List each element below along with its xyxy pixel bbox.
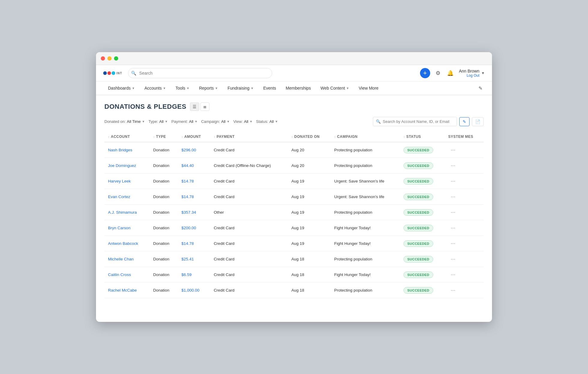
th-amount[interactable]: ↕AMOUNT (178, 132, 210, 142)
row-actions-button[interactable]: ⋯ (448, 208, 458, 216)
page-title: DONATIONS & PLEDGES (104, 103, 186, 111)
status-badge: SUCCEEDED (404, 287, 434, 294)
cell-actions: ⋯ (445, 283, 484, 298)
filter-type[interactable]: Type: All ▼ (148, 119, 168, 124)
cell-payment: Credit Card (210, 251, 288, 267)
cell-amount: $25.41 (178, 251, 210, 267)
list-view-button[interactable]: ☰ (190, 102, 199, 111)
filter-view[interactable]: View: All ▼ (233, 119, 253, 124)
row-actions-button[interactable]: ⋯ (448, 146, 458, 154)
nav-item-memberships[interactable]: Memberships (281, 82, 316, 95)
amount-link[interactable]: $25.41 (182, 257, 194, 261)
account-link[interactable]: Bryn Carson (108, 226, 130, 230)
nav-item-events[interactable]: Events (259, 82, 281, 95)
nav-item-accounts[interactable]: Accounts ▼ (140, 82, 171, 95)
amount-link[interactable]: $296.00 (182, 148, 196, 152)
th-system-mes: SYSTEM MES (445, 132, 484, 142)
settings-button[interactable]: ⚙ (434, 69, 442, 78)
search-input[interactable] (128, 68, 272, 78)
cell-account: Nash Bridges (104, 142, 149, 158)
cell-donated-on: Aug 20 (288, 142, 331, 158)
account-link[interactable]: Evan Cortez (108, 194, 130, 199)
cell-payment: Credit Card (210, 174, 288, 189)
cell-status: SUCCEEDED (400, 174, 445, 189)
nav-item-reports[interactable]: Reports ▼ (194, 82, 223, 95)
nav-label-reports: Reports (199, 86, 214, 91)
row-actions-button[interactable]: ⋯ (448, 255, 458, 263)
th-payment[interactable]: ↕PAYMENT (210, 132, 288, 142)
cell-amount: $296.00 (178, 142, 210, 158)
close-button[interactable] (101, 56, 105, 61)
account-link[interactable]: Nash Bridges (108, 148, 132, 152)
nav-edit-button[interactable]: ✎ (476, 83, 485, 94)
filter-campaign[interactable]: Campaign: All ▼ (201, 119, 230, 124)
filter-edit-button[interactable]: ✎ (459, 117, 470, 126)
logout-link[interactable]: Log Out (459, 73, 479, 78)
amount-link[interactable]: $14.78 (182, 179, 194, 183)
row-actions-button[interactable]: ⋯ (448, 224, 458, 232)
row-actions-button[interactable]: ⋯ (448, 193, 458, 201)
cell-actions: ⋯ (445, 189, 484, 205)
account-link[interactable]: Caitlin Cross (108, 272, 131, 277)
filter-payment[interactable]: Payment: All ▼ (171, 119, 197, 124)
filter-donated-on-label: Donated on: (104, 119, 126, 124)
account-link[interactable]: Rachel McCabe (108, 288, 137, 292)
account-link[interactable]: Antwon Babcock (108, 241, 138, 246)
notifications-button[interactable]: 🔔 (446, 69, 455, 78)
row-actions-button[interactable]: ⋯ (448, 271, 458, 279)
cell-type: Donation (149, 251, 178, 267)
row-actions-button[interactable]: ⋯ (448, 177, 458, 185)
nav-item-web-content[interactable]: Web Content ▼ (316, 82, 354, 95)
amount-link[interactable]: $14.78 (182, 194, 194, 199)
amount-link[interactable]: $200.00 (182, 226, 196, 230)
amount-link[interactable]: $6.59 (182, 272, 192, 277)
account-link[interactable]: Joe Dominguez (108, 163, 136, 168)
amount-link[interactable]: $14.78 (182, 241, 194, 246)
row-actions-button[interactable]: ⋯ (448, 162, 458, 170)
amount-link[interactable]: $357.34 (182, 210, 196, 215)
user-name: Ann Brown (459, 69, 479, 73)
nav-item-fundraising[interactable]: Fundraising ▼ (223, 82, 258, 95)
nav-item-dashboards[interactable]: Dashboards ▼ (103, 82, 140, 95)
add-button[interactable]: + (420, 68, 430, 78)
th-status[interactable]: ↕STATUS (400, 132, 445, 142)
nav-item-tools[interactable]: Tools ▼ (171, 82, 194, 95)
grid-view-button[interactable]: ≣ (200, 102, 209, 111)
filter-campaign-value: All (221, 119, 225, 124)
row-actions-button[interactable]: ⋯ (448, 239, 458, 248)
table-row: Joe Dominguez Donation $44.40 Credit Car… (104, 158, 484, 174)
th-type[interactable]: ↕TYPE (149, 132, 178, 142)
table-row: Evan Cortez Donation $14.78 Credit Card … (104, 189, 484, 205)
cell-status: SUCCEEDED (400, 158, 445, 174)
maximize-button[interactable] (114, 56, 118, 61)
table-row: Michelle Chan Donation $25.41 Credit Car… (104, 251, 484, 267)
minimize-button[interactable] (107, 56, 112, 61)
cell-donated-on: Aug 18 (288, 267, 331, 283)
cell-account: Bryn Carson (104, 220, 149, 236)
th-campaign[interactable]: ↕CAMPAIGN (331, 132, 400, 142)
cell-campaign: Protecting population (331, 142, 400, 158)
cell-type: Donation (149, 205, 178, 220)
cell-status: SUCCEEDED (400, 283, 445, 298)
cell-campaign: Protecting population (331, 158, 400, 174)
th-account[interactable]: ↕ACCOUNT (104, 132, 149, 142)
nav-item-view-more[interactable]: View More (354, 82, 383, 95)
filter-search-input[interactable] (373, 117, 457, 126)
row-actions-button[interactable]: ⋯ (448, 286, 458, 294)
status-badge: SUCCEEDED (404, 194, 434, 200)
titlebar (96, 52, 492, 65)
amount-link[interactable]: $1,000.00 (182, 288, 200, 292)
cell-campaign: Urgent: Save Shannon's life (331, 189, 400, 205)
th-donated-on[interactable]: ↕DONATED ON (288, 132, 331, 142)
user-dropdown-arrow[interactable]: ▼ (481, 71, 485, 75)
filter-status[interactable]: Status: All ▼ (256, 119, 278, 124)
cell-type: Donation (149, 189, 178, 205)
filter-donated-on[interactable]: Donated on: All Time ▼ (104, 119, 145, 124)
cell-actions: ⋯ (445, 142, 484, 158)
amount-link[interactable]: $44.40 (182, 163, 194, 168)
account-link[interactable]: Harvey Leek (108, 179, 131, 183)
status-badge: SUCCEEDED (404, 209, 434, 216)
account-link[interactable]: Michelle Chan (108, 257, 134, 261)
account-link[interactable]: A.J. Shimamura (108, 210, 137, 215)
filter-export-button[interactable]: 📄 (472, 117, 484, 126)
